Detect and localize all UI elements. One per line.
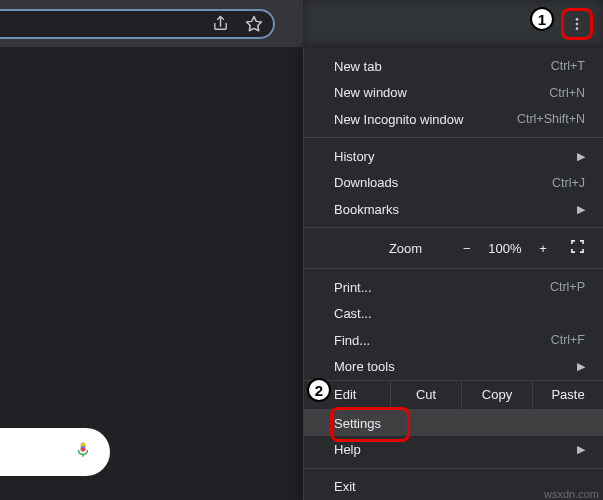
menu-item-more-tools[interactable]: More tools ▶ bbox=[304, 353, 603, 379]
menu-label: New Incognito window bbox=[334, 112, 463, 127]
voice-search-icon[interactable] bbox=[74, 439, 92, 465]
menu-item-print[interactable]: Print... Ctrl+P bbox=[304, 274, 603, 300]
svg-point-2 bbox=[576, 23, 579, 26]
menu-hotkey: Ctrl+T bbox=[551, 59, 585, 73]
menu-item-help[interactable]: Help ▶ bbox=[304, 436, 603, 462]
menu-hotkey: Ctrl+F bbox=[551, 333, 585, 347]
browser-toolbar bbox=[0, 0, 303, 47]
menu-hotkey: Ctrl+J bbox=[552, 176, 585, 190]
menu-label: More tools bbox=[334, 359, 395, 374]
menu-hotkey: Ctrl+N bbox=[549, 86, 585, 100]
toolbar-blur bbox=[303, 0, 603, 47]
menu-zoom-row: Zoom − 100% + bbox=[304, 233, 603, 263]
svg-point-1 bbox=[576, 18, 579, 21]
annotation-badge-1: 1 bbox=[530, 7, 554, 31]
menu-item-cast[interactable]: Cast... bbox=[304, 300, 603, 326]
chevron-right-icon: ▶ bbox=[577, 150, 585, 163]
menu-item-bookmarks[interactable]: Bookmarks ▶ bbox=[304, 196, 603, 222]
menu-item-downloads[interactable]: Downloads Ctrl+J bbox=[304, 170, 603, 196]
edit-paste-button[interactable]: Paste bbox=[532, 381, 603, 409]
address-bar[interactable] bbox=[0, 9, 275, 39]
menu-label: Settings bbox=[334, 416, 381, 431]
menu-separator bbox=[304, 268, 603, 269]
edit-copy-button[interactable]: Copy bbox=[461, 381, 532, 409]
chevron-right-icon: ▶ bbox=[577, 360, 585, 373]
share-icon[interactable] bbox=[212, 15, 229, 32]
menu-label: Help bbox=[334, 442, 361, 457]
watermark: wsxdn.com bbox=[544, 488, 599, 500]
menu-separator bbox=[304, 468, 603, 469]
page-content bbox=[0, 47, 303, 500]
svg-point-3 bbox=[576, 27, 579, 30]
menu-separator bbox=[304, 137, 603, 138]
svg-marker-0 bbox=[247, 16, 262, 30]
more-menu-button[interactable] bbox=[561, 8, 593, 40]
menu-item-history[interactable]: History ▶ bbox=[304, 143, 603, 169]
menu-label: History bbox=[334, 149, 374, 164]
menu-item-new-window[interactable]: New window Ctrl+N bbox=[304, 79, 603, 105]
menu-label: Downloads bbox=[334, 175, 398, 190]
zoom-out-button[interactable]: − bbox=[452, 241, 481, 256]
menu-separator bbox=[304, 227, 603, 228]
menu-label: New window bbox=[334, 85, 407, 100]
menu-label: New tab bbox=[334, 59, 382, 74]
search-box[interactable] bbox=[0, 428, 110, 476]
edit-cut-button[interactable]: Cut bbox=[390, 381, 461, 409]
menu-edit-row: Edit Cut Copy Paste bbox=[304, 380, 603, 410]
menu-label: Cast... bbox=[334, 306, 372, 321]
chevron-right-icon: ▶ bbox=[577, 443, 585, 456]
menu-item-settings[interactable]: Settings bbox=[304, 410, 603, 436]
zoom-in-button[interactable]: + bbox=[528, 241, 557, 256]
menu-hotkey: Ctrl+P bbox=[550, 280, 585, 294]
fullscreen-button[interactable] bbox=[558, 239, 597, 257]
menu-label: Find... bbox=[334, 333, 370, 348]
zoom-percent: 100% bbox=[481, 241, 528, 256]
chevron-right-icon: ▶ bbox=[577, 203, 585, 216]
bookmark-star-icon[interactable] bbox=[245, 15, 263, 33]
zoom-label: Zoom bbox=[334, 241, 452, 256]
menu-item-new-tab[interactable]: New tab Ctrl+T bbox=[304, 53, 603, 79]
menu-label: Exit bbox=[334, 479, 356, 494]
menu-label: Print... bbox=[334, 280, 372, 295]
annotation-badge-2: 2 bbox=[307, 378, 331, 402]
menu-item-new-incognito[interactable]: New Incognito window Ctrl+Shift+N bbox=[304, 106, 603, 132]
menu-item-find[interactable]: Find... Ctrl+F bbox=[304, 327, 603, 353]
menu-label: Bookmarks bbox=[334, 202, 399, 217]
menu-hotkey: Ctrl+Shift+N bbox=[517, 112, 585, 126]
chrome-menu: New tab Ctrl+T New window Ctrl+N New Inc… bbox=[303, 47, 603, 500]
